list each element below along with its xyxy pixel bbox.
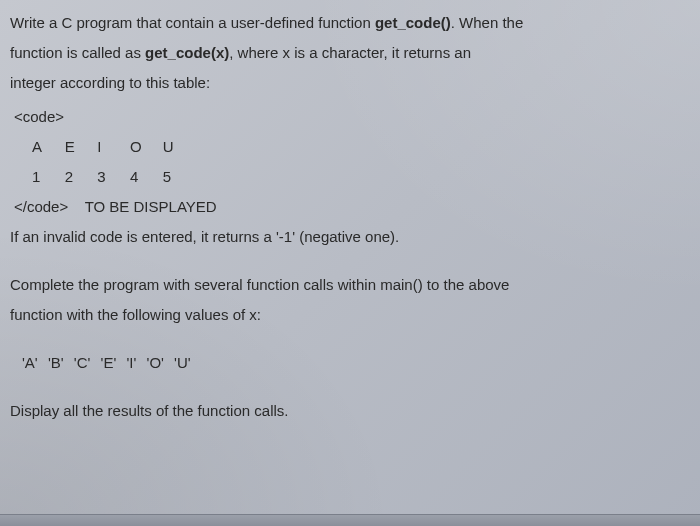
cell: 5 (163, 162, 191, 192)
value: 'U' (174, 354, 191, 371)
cell: E (65, 132, 93, 162)
display-note: TO BE DISPLAYED (85, 198, 217, 215)
code-close-tag: </code> (14, 198, 68, 215)
cell: 3 (97, 162, 125, 192)
cell: O (130, 132, 158, 162)
text: Complete the program with several functi… (10, 276, 509, 293)
cell: 4 (130, 162, 158, 192)
cell: 2 (65, 162, 93, 192)
text: . When the (451, 14, 524, 31)
text: function is called as (10, 44, 145, 61)
cell: A (32, 132, 60, 162)
complete-paragraph: Complete the program with several functi… (10, 270, 690, 330)
value: 'O' (147, 354, 164, 371)
text: , where x is a character, it returns an (229, 44, 471, 61)
function-call: get_code(x) (145, 44, 229, 61)
document-content: Write a C program that contain a user-de… (10, 8, 690, 426)
function-name: get_code() (375, 14, 451, 31)
intro-paragraph: Write a C program that contain a user-de… (10, 8, 690, 98)
invalid-note: If an invalid code is entered, it return… (10, 222, 690, 252)
code-close-line: </code> TO BE DISPLAYED (14, 192, 690, 222)
display-instruction: Display all the results of the function … (10, 396, 690, 426)
code-row-letters: A E I O U (14, 132, 690, 162)
value: 'I' (126, 354, 136, 371)
code-table: A E I O U 1 2 3 4 5 (14, 132, 690, 192)
text: integer according to this table: (10, 74, 210, 91)
text: function with the following values of x: (10, 306, 261, 323)
value: 'A' (22, 354, 38, 371)
value: 'C' (74, 354, 91, 371)
cell: 1 (32, 162, 60, 192)
code-open-tag: <code> (14, 102, 690, 132)
value: 'E' (101, 354, 117, 371)
value: 'B' (48, 354, 64, 371)
bottom-edge (0, 514, 700, 526)
text: Write a C program that contain a user-de… (10, 14, 375, 31)
value-list: 'A' 'B' 'C' 'E' 'I' 'O' 'U' (10, 348, 690, 378)
code-row-numbers: 1 2 3 4 5 (14, 162, 690, 192)
cell: U (163, 132, 191, 162)
cell: I (97, 132, 125, 162)
